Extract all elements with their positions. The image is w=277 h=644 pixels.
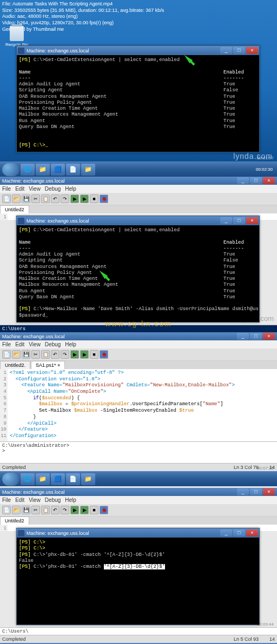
menu-help[interactable]: Help — [65, 341, 76, 347]
ide-toolbar[interactable]: 📄 📂 💾 ✂ 📋 ↶ ↷ ▶ ▶ ■ 🐞 — [0, 348, 277, 361]
minimize-button[interactable]: _ — [220, 47, 232, 54]
tool-save[interactable]: 💾 — [22, 194, 30, 203]
run-button[interactable]: ▶ — [70, 194, 79, 203]
menu-edit[interactable]: Edit — [15, 186, 24, 192]
menu-debug[interactable]: Debug — [45, 497, 61, 503]
tool-new[interactable]: 📄 — [2, 350, 11, 359]
start-button[interactable] — [2, 163, 19, 176]
tool-undo[interactable]: ↶ — [51, 194, 60, 203]
maximize-button[interactable]: □ — [233, 47, 245, 54]
tool-cut[interactable]: ✂ — [31, 506, 40, 514]
ide-toolbar[interactable]: 📄 📂 💾 ✂ 📋 ↶ ↷ ▶ ▶ ■ 🐞 — [0, 193, 277, 205]
run-button[interactable]: ▶ — [70, 350, 79, 359]
start-button[interactable] — [2, 473, 19, 486]
window-titlebar[interactable]: Machine: exchange.uss.local _ □ × — [17, 216, 259, 225]
minimize-button[interactable]: _ — [220, 217, 232, 224]
tool-undo[interactable]: ↶ — [51, 506, 60, 514]
menu-view[interactable]: View — [29, 497, 41, 503]
menu-debug[interactable]: Debug — [45, 341, 61, 347]
close-button[interactable]: × — [246, 529, 258, 536]
menu-file[interactable]: File — [2, 341, 11, 347]
menu-help[interactable]: Help — [65, 497, 76, 503]
stop-button[interactable]: ■ — [90, 350, 98, 359]
debug-button[interactable]: 🐞 — [100, 506, 108, 514]
window-titlebar[interactable]: Machine: exchange.uss.local _ □ × — [17, 46, 259, 55]
ide-titlebar[interactable]: Machine: exchange.uss.local _ □ × — [0, 332, 277, 340]
ide-menubar[interactable]: File Edit View Debug Help — [0, 496, 277, 504]
tool-copy[interactable]: 📋 — [41, 194, 50, 203]
tool-new[interactable]: 📄 — [2, 506, 11, 514]
tool-open[interactable]: 📂 — [12, 506, 21, 514]
run-button[interactable]: ▶ — [70, 506, 79, 514]
ie-icon[interactable]: 🌐 — [21, 164, 35, 176]
maximize-button[interactable]: □ — [250, 333, 262, 340]
window-titlebar[interactable]: Machine: exchange.uss.local _ □ × — [17, 528, 259, 538]
ide-titlebar[interactable]: Machine: exchange.uss.local _ □ × — [0, 177, 277, 185]
recycle-bin[interactable]: Recycle Bin — [5, 26, 28, 47]
tool-save[interactable]: 💾 — [22, 506, 30, 514]
minimize-button[interactable]: _ — [237, 333, 249, 340]
minimize-button[interactable]: _ — [220, 529, 232, 536]
tab-untitled2[interactable]: Untitled2. — [0, 361, 30, 369]
media-icon[interactable]: 🟦 — [51, 164, 65, 176]
maximize-button[interactable]: □ — [250, 488, 262, 495]
tabstrip[interactable]: Untitled2 — [0, 205, 277, 213]
menu-view[interactable]: View — [29, 341, 41, 347]
tool-copy[interactable]: 📋 — [41, 506, 50, 514]
debug-button[interactable]: 🐞 — [100, 350, 108, 359]
close-button[interactable]: × — [263, 333, 275, 340]
debug-button[interactable]: 🐞 — [100, 194, 108, 203]
menu-file[interactable]: File — [2, 186, 11, 192]
tab-sa1[interactable]: SA1.ps1* × — [31, 361, 65, 369]
menu-debug[interactable]: Debug — [45, 186, 61, 192]
app-icon[interactable]: 📄 — [66, 164, 80, 176]
taskbar-3[interactable]: 🌐 📁 🟦 📄 📁 — [0, 471, 277, 486]
tool-undo[interactable]: ↶ — [51, 350, 60, 359]
ide-toolbar[interactable]: 📄 📂 💾 ✂ 📋 ↶ ↷ ▶ ▶ ■ 🐞 — [0, 504, 277, 516]
powershell-window-4[interactable]: Machine: exchange.uss.local _ □ × [PS] C… — [16, 528, 260, 625]
tab-untitled2[interactable]: Untitled2 — [0, 205, 29, 213]
tabstrip[interactable]: Untitled2 — [0, 516, 277, 525]
tool-cut[interactable]: ✂ — [31, 194, 40, 203]
menu-help[interactable]: Help — [65, 186, 76, 192]
maximize-button[interactable]: □ — [233, 529, 245, 536]
taskbar-1[interactable]: 🌐 📁 🟦 📄 📁 00:02:30 — [0, 162, 277, 177]
tool-open[interactable]: 📂 — [12, 194, 21, 203]
media-icon[interactable]: 🟦 — [51, 473, 65, 485]
close-button[interactable]: × — [246, 217, 258, 224]
menu-view[interactable]: View — [29, 186, 41, 192]
ie-icon[interactable]: 🌐 — [21, 473, 35, 485]
ide-menubar[interactable]: File Edit View Debug Help — [0, 340, 277, 348]
tool-open[interactable]: 📂 — [12, 350, 21, 359]
powershell-window-2[interactable]: Machine: exchange.uss.local _ □ × [PS] C… — [16, 216, 260, 323]
tool-redo[interactable]: ↷ — [61, 350, 69, 359]
app-icon[interactable]: 📄 — [66, 473, 80, 485]
explorer-icon[interactable]: 📁 — [36, 164, 50, 176]
powershell-window-1[interactable]: Machine: exchange.uss.local _ □ × [PS] C… — [16, 45, 260, 152]
tool-new[interactable]: 📄 — [2, 194, 11, 203]
ide-menubar[interactable]: File Edit View Debug Help — [0, 185, 277, 193]
close-button[interactable]: × — [263, 177, 275, 184]
close-button[interactable]: × — [246, 47, 258, 54]
minimize-button[interactable]: _ — [237, 488, 249, 495]
menu-edit[interactable]: Edit — [15, 341, 24, 347]
menu-file[interactable]: File — [2, 497, 11, 503]
close-button[interactable]: × — [263, 488, 275, 495]
explorer-icon[interactable]: 📁 — [36, 473, 50, 485]
tool-cut[interactable]: ✂ — [31, 350, 40, 359]
folder-icon[interactable]: 📁 — [81, 164, 95, 176]
maximize-button[interactable]: □ — [233, 217, 245, 224]
tabstrip[interactable]: Untitled2. SA1.ps1* × — [0, 361, 277, 369]
tab-untitled2[interactable]: Untitled2 — [0, 516, 29, 525]
run-sel-button[interactable]: ▶ — [80, 506, 89, 514]
run-sel-button[interactable]: ▶ — [80, 194, 89, 203]
menu-edit[interactable]: Edit — [15, 497, 24, 503]
stop-button[interactable]: ■ — [90, 194, 98, 203]
editor-xml[interactable]: 1 2 3 4 5 6 7 8 9 10 11 <?xml version="1… — [0, 369, 277, 441]
tool-save[interactable]: 💾 — [22, 350, 30, 359]
console-pane[interactable]: C:\Users\administrator> > — [0, 441, 277, 463]
folder-icon[interactable]: 📁 — [81, 473, 95, 485]
tool-redo[interactable]: ↷ — [61, 506, 69, 514]
stop-button[interactable]: ■ — [90, 506, 98, 514]
ide-titlebar[interactable]: Machine: exchange.uss.local _ □ × — [0, 488, 277, 496]
